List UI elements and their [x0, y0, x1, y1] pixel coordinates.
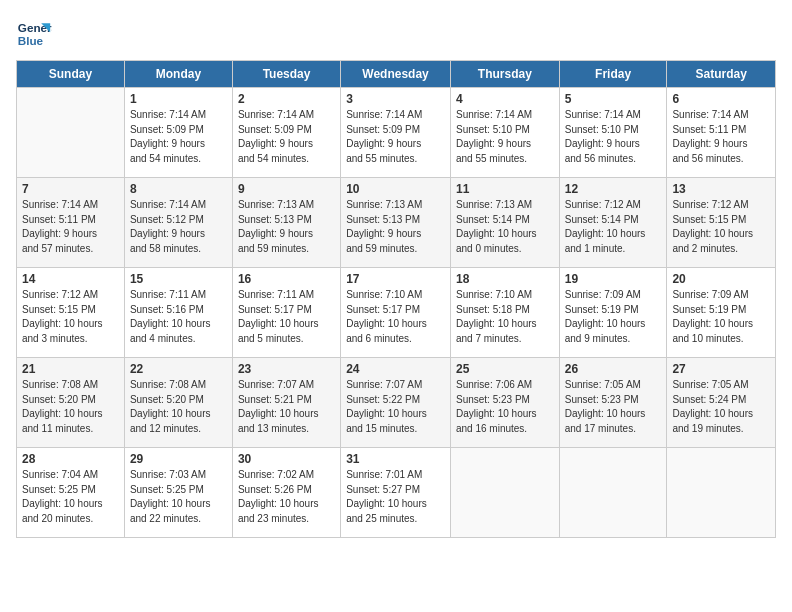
day-number: 25: [456, 362, 554, 376]
day-info: Sunrise: 7:11 AM Sunset: 5:16 PM Dayligh…: [130, 288, 227, 346]
calendar-cell: 1Sunrise: 7:14 AM Sunset: 5:09 PM Daylig…: [124, 88, 232, 178]
calendar-cell: 12Sunrise: 7:12 AM Sunset: 5:14 PM Dayli…: [559, 178, 667, 268]
calendar-cell: 23Sunrise: 7:07 AM Sunset: 5:21 PM Dayli…: [232, 358, 340, 448]
calendar-cell: 19Sunrise: 7:09 AM Sunset: 5:19 PM Dayli…: [559, 268, 667, 358]
day-number: 27: [672, 362, 770, 376]
calendar-cell: [17, 88, 125, 178]
week-row-2: 7Sunrise: 7:14 AM Sunset: 5:11 PM Daylig…: [17, 178, 776, 268]
calendar-cell: 10Sunrise: 7:13 AM Sunset: 5:13 PM Dayli…: [341, 178, 451, 268]
day-info: Sunrise: 7:05 AM Sunset: 5:23 PM Dayligh…: [565, 378, 662, 436]
day-number: 16: [238, 272, 335, 286]
calendar-cell: 16Sunrise: 7:11 AM Sunset: 5:17 PM Dayli…: [232, 268, 340, 358]
day-info: Sunrise: 7:10 AM Sunset: 5:17 PM Dayligh…: [346, 288, 445, 346]
day-header-tuesday: Tuesday: [232, 61, 340, 88]
calendar-cell: 28Sunrise: 7:04 AM Sunset: 5:25 PM Dayli…: [17, 448, 125, 538]
day-number: 1: [130, 92, 227, 106]
day-number: 4: [456, 92, 554, 106]
week-row-3: 14Sunrise: 7:12 AM Sunset: 5:15 PM Dayli…: [17, 268, 776, 358]
days-header-row: SundayMondayTuesdayWednesdayThursdayFrid…: [17, 61, 776, 88]
calendar-cell: 6Sunrise: 7:14 AM Sunset: 5:11 PM Daylig…: [667, 88, 776, 178]
day-number: 19: [565, 272, 662, 286]
calendar-cell: 14Sunrise: 7:12 AM Sunset: 5:15 PM Dayli…: [17, 268, 125, 358]
calendar-cell: 7Sunrise: 7:14 AM Sunset: 5:11 PM Daylig…: [17, 178, 125, 268]
calendar-cell: 9Sunrise: 7:13 AM Sunset: 5:13 PM Daylig…: [232, 178, 340, 268]
day-info: Sunrise: 7:14 AM Sunset: 5:10 PM Dayligh…: [456, 108, 554, 166]
day-number: 11: [456, 182, 554, 196]
day-header-friday: Friday: [559, 61, 667, 88]
calendar-cell: 27Sunrise: 7:05 AM Sunset: 5:24 PM Dayli…: [667, 358, 776, 448]
day-info: Sunrise: 7:07 AM Sunset: 5:22 PM Dayligh…: [346, 378, 445, 436]
day-info: Sunrise: 7:09 AM Sunset: 5:19 PM Dayligh…: [565, 288, 662, 346]
calendar-cell: 24Sunrise: 7:07 AM Sunset: 5:22 PM Dayli…: [341, 358, 451, 448]
day-number: 3: [346, 92, 445, 106]
day-info: Sunrise: 7:08 AM Sunset: 5:20 PM Dayligh…: [22, 378, 119, 436]
day-info: Sunrise: 7:08 AM Sunset: 5:20 PM Dayligh…: [130, 378, 227, 436]
day-info: Sunrise: 7:06 AM Sunset: 5:23 PM Dayligh…: [456, 378, 554, 436]
day-info: Sunrise: 7:12 AM Sunset: 5:15 PM Dayligh…: [672, 198, 770, 256]
day-header-monday: Monday: [124, 61, 232, 88]
day-info: Sunrise: 7:14 AM Sunset: 5:11 PM Dayligh…: [22, 198, 119, 256]
calendar-cell: 29Sunrise: 7:03 AM Sunset: 5:25 PM Dayli…: [124, 448, 232, 538]
day-info: Sunrise: 7:13 AM Sunset: 5:13 PM Dayligh…: [346, 198, 445, 256]
day-info: Sunrise: 7:13 AM Sunset: 5:13 PM Dayligh…: [238, 198, 335, 256]
calendar-cell: 18Sunrise: 7:10 AM Sunset: 5:18 PM Dayli…: [450, 268, 559, 358]
day-number: 20: [672, 272, 770, 286]
day-number: 2: [238, 92, 335, 106]
day-info: Sunrise: 7:14 AM Sunset: 5:10 PM Dayligh…: [565, 108, 662, 166]
week-row-4: 21Sunrise: 7:08 AM Sunset: 5:20 PM Dayli…: [17, 358, 776, 448]
day-number: 26: [565, 362, 662, 376]
calendar-cell: 13Sunrise: 7:12 AM Sunset: 5:15 PM Dayli…: [667, 178, 776, 268]
day-number: 10: [346, 182, 445, 196]
day-info: Sunrise: 7:14 AM Sunset: 5:12 PM Dayligh…: [130, 198, 227, 256]
day-info: Sunrise: 7:13 AM Sunset: 5:14 PM Dayligh…: [456, 198, 554, 256]
day-info: Sunrise: 7:03 AM Sunset: 5:25 PM Dayligh…: [130, 468, 227, 526]
day-number: 13: [672, 182, 770, 196]
day-info: Sunrise: 7:02 AM Sunset: 5:26 PM Dayligh…: [238, 468, 335, 526]
day-info: Sunrise: 7:14 AM Sunset: 5:09 PM Dayligh…: [346, 108, 445, 166]
calendar-cell: 20Sunrise: 7:09 AM Sunset: 5:19 PM Dayli…: [667, 268, 776, 358]
calendar-cell: 25Sunrise: 7:06 AM Sunset: 5:23 PM Dayli…: [450, 358, 559, 448]
day-number: 9: [238, 182, 335, 196]
day-header-saturday: Saturday: [667, 61, 776, 88]
calendar-cell: [667, 448, 776, 538]
calendar-cell: 5Sunrise: 7:14 AM Sunset: 5:10 PM Daylig…: [559, 88, 667, 178]
calendar-cell: 17Sunrise: 7:10 AM Sunset: 5:17 PM Dayli…: [341, 268, 451, 358]
day-info: Sunrise: 7:05 AM Sunset: 5:24 PM Dayligh…: [672, 378, 770, 436]
calendar-cell: 2Sunrise: 7:14 AM Sunset: 5:09 PM Daylig…: [232, 88, 340, 178]
day-info: Sunrise: 7:04 AM Sunset: 5:25 PM Dayligh…: [22, 468, 119, 526]
day-number: 24: [346, 362, 445, 376]
day-number: 29: [130, 452, 227, 466]
calendar-cell: [559, 448, 667, 538]
day-number: 6: [672, 92, 770, 106]
calendar-cell: 15Sunrise: 7:11 AM Sunset: 5:16 PM Dayli…: [124, 268, 232, 358]
week-row-1: 1Sunrise: 7:14 AM Sunset: 5:09 PM Daylig…: [17, 88, 776, 178]
day-number: 23: [238, 362, 335, 376]
calendar-cell: 11Sunrise: 7:13 AM Sunset: 5:14 PM Dayli…: [450, 178, 559, 268]
svg-text:Blue: Blue: [18, 34, 44, 47]
day-number: 31: [346, 452, 445, 466]
day-number: 17: [346, 272, 445, 286]
day-number: 28: [22, 452, 119, 466]
day-info: Sunrise: 7:14 AM Sunset: 5:11 PM Dayligh…: [672, 108, 770, 166]
calendar-body: 1Sunrise: 7:14 AM Sunset: 5:09 PM Daylig…: [17, 88, 776, 538]
calendar-cell: 30Sunrise: 7:02 AM Sunset: 5:26 PM Dayli…: [232, 448, 340, 538]
day-number: 21: [22, 362, 119, 376]
day-number: 7: [22, 182, 119, 196]
calendar-cell: 4Sunrise: 7:14 AM Sunset: 5:10 PM Daylig…: [450, 88, 559, 178]
day-info: Sunrise: 7:14 AM Sunset: 5:09 PM Dayligh…: [238, 108, 335, 166]
day-info: Sunrise: 7:12 AM Sunset: 5:15 PM Dayligh…: [22, 288, 119, 346]
day-info: Sunrise: 7:12 AM Sunset: 5:14 PM Dayligh…: [565, 198, 662, 256]
calendar-header: SundayMondayTuesdayWednesdayThursdayFrid…: [17, 61, 776, 88]
day-number: 18: [456, 272, 554, 286]
day-number: 14: [22, 272, 119, 286]
calendar-cell: 31Sunrise: 7:01 AM Sunset: 5:27 PM Dayli…: [341, 448, 451, 538]
day-number: 5: [565, 92, 662, 106]
day-header-thursday: Thursday: [450, 61, 559, 88]
logo-icon: General Blue: [16, 16, 52, 52]
day-number: 15: [130, 272, 227, 286]
calendar-cell: 3Sunrise: 7:14 AM Sunset: 5:09 PM Daylig…: [341, 88, 451, 178]
day-header-wednesday: Wednesday: [341, 61, 451, 88]
week-row-5: 28Sunrise: 7:04 AM Sunset: 5:25 PM Dayli…: [17, 448, 776, 538]
day-info: Sunrise: 7:01 AM Sunset: 5:27 PM Dayligh…: [346, 468, 445, 526]
calendar-cell: 22Sunrise: 7:08 AM Sunset: 5:20 PM Dayli…: [124, 358, 232, 448]
